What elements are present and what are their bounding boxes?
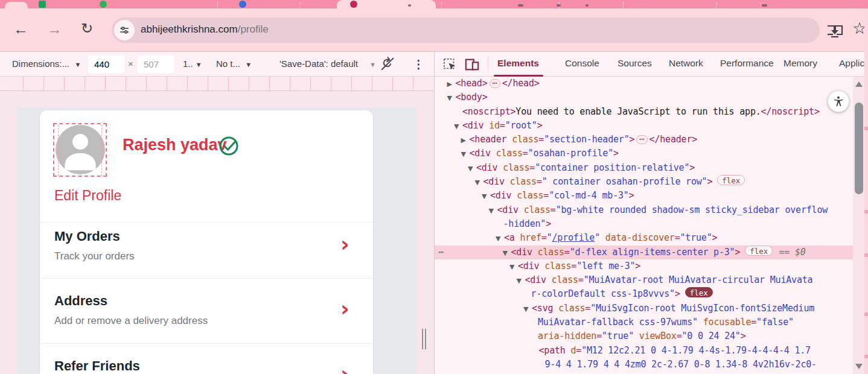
flex-badge[interactable]: flex: [745, 246, 773, 256]
dom-row[interactable]: ▶<header class="section-header">⋯</heade…: [435, 133, 854, 147]
device-resize-handle[interactable]: [422, 329, 427, 349]
expand-arrow[interactable]: ▼: [447, 91, 456, 105]
dom-row[interactable]: ▼<svg class="MuiSvgIcon-root MuiSvgIcon-…: [435, 302, 854, 315]
menu-item-subtitle: Add or remove a delivery address: [54, 315, 208, 327]
expand-arrow[interactable]: ▼: [461, 147, 470, 161]
save-data-select[interactable]: 'Save-Data': default: [279, 59, 358, 69]
device-toolbar-menu[interactable]: ⋮: [413, 57, 425, 71]
scroll-down-arrow[interactable]: [855, 364, 863, 369]
devtools-tab-network[interactable]: Network: [669, 58, 703, 69]
expand-arrow[interactable]: ▶: [447, 77, 456, 91]
url-path: /profile: [238, 24, 269, 35]
expand-arrow[interactable]: ▼: [496, 232, 504, 246]
expand-arrow[interactable]: ▼: [482, 189, 490, 203]
flex-badge[interactable]: flex: [717, 175, 745, 185]
dom-row[interactable]: ⋯▼<div class="d-flex align-items-center …: [435, 246, 854, 259]
window-edge-strip: [864, 8, 868, 374]
scroll-up-arrow[interactable]: [855, 81, 863, 87]
whatsapp-favicon: [100, 1, 107, 8]
address-bar[interactable]: abhijeethkrishna.com/profile: [112, 17, 820, 43]
toolbar-separator: [488, 57, 488, 72]
flex-badge[interactable]: flex: [685, 287, 713, 297]
devtools-panel: ElementsConsoleSourcesNetworkPerformance…: [434, 52, 868, 374]
expand-arrow[interactable]: ▼: [468, 162, 476, 176]
throttle-select[interactable]: No t... ▼: [216, 59, 252, 69]
collapsed-ellipsis[interactable]: ⋯: [490, 79, 500, 88]
forward-button[interactable]: →: [47, 22, 62, 37]
reload-button[interactable]: ↻: [81, 21, 93, 36]
chevron-right-icon[interactable]: ›: [340, 298, 349, 320]
menu-item-title[interactable]: My Orders: [54, 229, 120, 244]
dom-row[interactable]: ▼<body>: [435, 90, 854, 104]
devtools-toolbar: ElementsConsoleSourcesNetworkPerformance…: [435, 52, 868, 77]
dom-row[interactable]: ▼<div class="osahan-profile">: [435, 147, 854, 160]
chevron-right-icon[interactable]: ›: [340, 363, 349, 374]
dom-row[interactable]: <path d="M12 12c2.21 0 4-1.79 4-4s-1.79-…: [435, 344, 854, 358]
dom-row[interactable]: ▼<div class=" container osahan-profile r…: [435, 175, 854, 189]
device-surround: Rajesh yadav Edit Profile My OrdersTrack…: [0, 91, 434, 374]
emulated-screen: Rajesh yadav Edit Profile My OrdersTrack…: [17, 107, 416, 374]
device-select[interactable]: Dimensions:... ▼: [12, 59, 81, 69]
dom-row[interactable]: r-colorDefault css-1p8vvvs">flex: [435, 287, 854, 301]
dom-row[interactable]: ▼<div class="container position-relative…: [435, 161, 854, 175]
selected-node-hint: == $0: [779, 247, 805, 258]
dom-row[interactable]: <noscript>You need to enable JavaScript …: [435, 105, 854, 119]
site-settings-button[interactable]: [114, 20, 135, 40]
devtools-tab-console[interactable]: Console: [565, 58, 599, 69]
url-text: abhijeethkrishna.com/profile: [141, 24, 269, 36]
device-width-input[interactable]: [88, 55, 124, 73]
menu-item-title[interactable]: Refer Friends: [54, 358, 140, 374]
device-toolbar-toggle-icon[interactable]: [465, 58, 479, 71]
expand-arrow[interactable]: ▼: [503, 246, 511, 260]
expand-arrow[interactable]: ▼: [509, 260, 518, 274]
accessibility-button[interactable]: [828, 90, 849, 112]
expand-arrow[interactable]: ▼: [517, 274, 525, 288]
dom-row[interactable]: ▼<a href="/profile" data-discover="true"…: [435, 231, 854, 245]
rotate-disabled-icon: ↻: [380, 57, 395, 71]
expand-arrow[interactable]: ▼: [523, 302, 532, 316]
devtools-tab-elements[interactable]: Elements: [497, 58, 539, 69]
devtools-tab-performance[interactable]: Performance: [720, 58, 774, 69]
expand-arrow[interactable]: ▶: [461, 133, 470, 147]
profile-name: Rajesh yadav: [123, 136, 227, 154]
verified-check-icon: [219, 135, 240, 156]
active-site-favicon: [350, 1, 357, 8]
devtools-tab-memory[interactable]: Memory: [783, 58, 817, 69]
menu-item-title[interactable]: Address: [54, 293, 107, 309]
dom-row[interactable]: ▼<div class="MuiAvatar-root MuiAvatar-ci…: [435, 273, 854, 287]
browser-toolbar: ← → ↻ abhijeethkrishna.com/profile ☆: [0, 8, 868, 52]
browser-tab-strip: [0, 0, 868, 8]
expand-arrow[interactable]: ▼: [489, 204, 497, 218]
dom-row[interactable]: aria-hidden="true" viewBox="0 0 24 24">: [435, 329, 854, 343]
inspect-element-icon[interactable]: [443, 58, 456, 71]
dom-row[interactable]: ▼<div class="bg-white rounded shadow-sm …: [435, 203, 854, 217]
dom-row[interactable]: ▼<div id="root">: [435, 119, 854, 133]
blue-app-favicon: [239, 1, 246, 8]
menu-divider: [40, 343, 373, 344]
menu-divider: [40, 278, 373, 279]
chevron-right-icon[interactable]: ›: [340, 233, 349, 255]
zoom-select[interactable]: 1.. ▼: [183, 59, 202, 69]
back-button[interactable]: ←: [13, 22, 28, 37]
url-host: abhijeethkrishna.com: [141, 24, 238, 35]
collapsed-ellipsis[interactable]: ⋯: [636, 135, 647, 144]
dom-row[interactable]: 9-4 4 1.79 4 4 4zm0 2c-2.67 0-8 1.34-8 4…: [435, 358, 854, 372]
install-download-icon[interactable]: [826, 24, 844, 40]
scrollbar-thumb[interactable]: [855, 103, 863, 194]
dom-row[interactable]: ▶<head>⋯</head>: [435, 77, 854, 90]
row-overflow-menu[interactable]: ⋯: [438, 246, 444, 259]
devtools-scrollbar[interactable]: [853, 77, 865, 374]
expand-arrow[interactable]: ▼: [475, 176, 483, 189]
devtools-tab-applic[interactable]: Applic: [839, 58, 864, 69]
dom-row[interactable]: ▼<div class="col-md-4 mb-3">: [435, 189, 854, 203]
devtools-tab-sources[interactable]: Sources: [617, 58, 652, 69]
dom-row[interactable]: MuiAvatar-fallback css-97wums" focusable…: [435, 315, 854, 329]
edit-profile-link[interactable]: Edit Profile: [54, 188, 121, 204]
device-ruler: [0, 77, 434, 91]
dom-row[interactable]: -hidden">: [435, 217, 854, 231]
save-data-caret[interactable]: ▼: [369, 59, 376, 69]
expand-arrow[interactable]: ▼: [454, 119, 462, 133]
device-height-input[interactable]: [138, 55, 174, 73]
dom-row[interactable]: 2.66-5.33-4-8-4z"></path>: [435, 372, 854, 374]
dom-row[interactable]: ▼<div class="left me-3">: [435, 259, 854, 273]
